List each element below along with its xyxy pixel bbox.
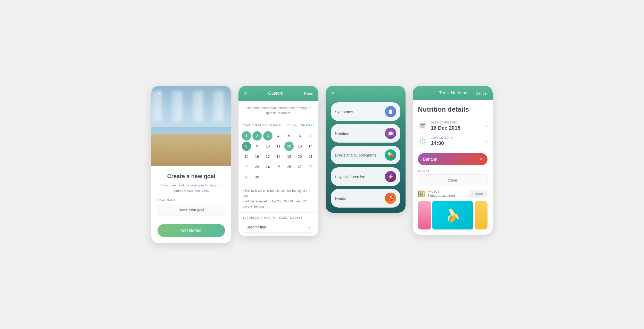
cal-day-6[interactable]: 6 <box>295 131 304 141</box>
category-nutrition[interactable]: Nutrition 🍽️ <box>331 124 400 143</box>
photos-content: PHOTOS 3 images attached <box>427 190 469 198</box>
weight-input[interactable] <box>418 174 488 186</box>
cal-day-26[interactable]: 26 <box>284 162 294 171</box>
calendar-icon: 🗓️ <box>418 121 427 130</box>
goal-duration-label: GOAL DURATION: 30 DAYS <box>243 124 281 127</box>
close-icon[interactable]: ✕ <box>244 91 247 96</box>
remove-food-icon[interactable]: ✕ <box>479 157 482 162</box>
cancel-button[interactable]: Cancel <box>475 91 488 95</box>
photos-label: PHOTOS <box>427 190 469 193</box>
select-all-button[interactable]: Select all <box>301 124 314 127</box>
cal-day-5[interactable]: 5 <box>284 131 294 141</box>
screen2-content: Customize your own schedule by tapping o… <box>238 101 318 236</box>
specific-time-dropdown[interactable]: Specific time ▾ <box>243 222 314 233</box>
close-icon[interactable]: ✕ <box>155 90 163 97</box>
drugs-icon: 💊 <box>385 149 396 161</box>
cal-day-13[interactable]: 13 <box>295 142 304 151</box>
cal-day-3[interactable]: 3 <box>263 131 273 141</box>
category-label: Physical Exercise <box>335 175 365 179</box>
cal-day-14[interactable]: 14 <box>306 142 315 151</box>
cal-day-11[interactable]: 11 <box>274 142 283 151</box>
cal-day-7[interactable]: 7 <box>306 131 315 141</box>
clouds-layer <box>151 91 231 122</box>
upload-label: Upload <box>475 192 484 196</box>
time-content: COMPLETED AT 14:00 <box>431 136 486 146</box>
category-list: Symptoms 📋 Nutrition 🍽️ Drugs and Supple… <box>326 100 406 213</box>
clock-icon: 🕐 <box>418 136 427 146</box>
cal-day-19[interactable]: 19 <box>284 152 294 161</box>
category-label: Symptoms <box>335 110 353 114</box>
cal-day-20[interactable]: 20 <box>295 152 304 161</box>
cal-day-17[interactable]: 17 <box>263 152 273 161</box>
cal-day-24[interactable]: 24 <box>263 162 273 171</box>
nutrition-icon: 🍽️ <box>385 128 396 139</box>
screen1-content: Create a new goal If you can't find the … <box>151 166 231 243</box>
screen2-header: ✕ Custom Done <box>238 86 318 101</box>
goal-name-input[interactable] <box>158 204 225 216</box>
nutrition-details-title: Nutrition details <box>418 105 488 113</box>
cal-day-1[interactable]: 1 <box>242 131 251 141</box>
cal-day-29[interactable]: 29 <box>242 172 251 182</box>
category-symptoms[interactable]: Symptoms 📋 <box>331 102 400 121</box>
cal-day-27[interactable]: 27 <box>295 162 304 171</box>
specific-time-label: SET SPECIFIC TIME FOR SELECTED DAYS <box>243 216 314 219</box>
cal-day-15[interactable]: 15 <box>242 152 251 161</box>
food-item-label: Banana <box>423 157 437 162</box>
category-exercise[interactable]: Physical Exercise ⚡ <box>331 167 400 186</box>
close-icon[interactable]: ✕ <box>331 91 335 96</box>
cal-day-25[interactable]: 25 <box>274 162 283 171</box>
chevron-down-icon: ▾ <box>486 139 488 143</box>
photo-thumb-1[interactable] <box>418 201 431 229</box>
cal-day-10[interactable]: 10 <box>263 142 273 151</box>
track-nutrition-title: Track Nutrition <box>439 91 467 96</box>
goal-duration-actions: CLEAR Select all <box>287 124 314 127</box>
cal-day-22[interactable]: 22 <box>242 162 251 171</box>
hero-image: ✕ <box>151 86 231 166</box>
header-title: Custom <box>268 91 283 96</box>
date-row[interactable]: 🗓️ DATE COMPLETED 16 Dec 2018 ▾ <box>418 119 488 134</box>
customize-description: Customize your own schedule by tapping o… <box>238 101 318 120</box>
category-drugs[interactable]: Drugs and Supplements 💊 <box>331 146 400 164</box>
schedule-notes: This task will be scheduled on the 1st d… <box>238 185 318 213</box>
goal-duration-row: GOAL DURATION: 30 DAYS CLEAR Select all <box>238 120 318 130</box>
page-title: Create a new goal <box>158 173 225 180</box>
done-button[interactable]: Done <box>304 91 313 96</box>
date-value: 16 Dec 2018 <box>431 125 486 131</box>
cal-day-8[interactable]: 8 <box>242 142 251 151</box>
screen4-content: Nutrition details 🗓️ DATE COMPLETED 16 D… <box>413 100 493 235</box>
photos-count: 3 images attached <box>427 194 469 198</box>
cal-day-23[interactable]: 23 <box>252 162 262 171</box>
specific-time-section: SET SPECIFIC TIME FOR SELECTED DAYS Spec… <box>238 213 318 236</box>
category-label: Nutrition <box>335 131 349 136</box>
page-subtitle: If you can't find the goal your looking … <box>158 183 225 193</box>
sand-layer <box>151 134 231 166</box>
screen3-header: ✕ <box>326 86 406 100</box>
cal-day-12[interactable]: 12 <box>284 142 294 151</box>
cal-day-9[interactable]: 9 <box>252 142 262 151</box>
category-label: Drugs and Supplements <box>335 153 376 157</box>
cal-day-16[interactable]: 16 <box>252 152 262 161</box>
cal-day-21[interactable]: 21 <box>306 152 315 161</box>
cal-day-2[interactable]: 2 <box>252 131 262 141</box>
schedule-note-1: This task will be scheduled on the 1st d… <box>243 188 314 199</box>
goal-name-label: GOAL NAME <box>158 199 225 202</box>
photo-thumb-3[interactable] <box>475 201 488 229</box>
time-row[interactable]: 🕐 COMPLETED AT 14:00 ▾ <box>418 134 488 149</box>
time-label: COMPLETED AT <box>431 136 486 139</box>
upload-icon: ↑ <box>472 192 474 196</box>
date-label: DATE COMPLETED <box>431 121 486 124</box>
screen-create-goal: ✕ Create a new goal If you can't find th… <box>151 86 231 243</box>
photo-thumbnails: 🍌 <box>418 201 488 229</box>
clear-button[interactable]: CLEAR <box>287 124 297 127</box>
time-value: 14:00 <box>431 140 486 146</box>
category-label: Habits <box>335 196 346 201</box>
category-habits[interactable]: Habits 🎯 <box>331 189 400 208</box>
food-item-pill[interactable]: Banana ✕ <box>418 153 488 165</box>
get-started-button[interactable]: Get started <box>158 224 225 237</box>
cal-day-18[interactable]: 18 <box>274 152 283 161</box>
cal-day-4[interactable]: 4 <box>274 131 283 141</box>
photo-thumb-2[interactable]: 🍌 <box>432 201 473 229</box>
cal-day-28[interactable]: 28 <box>306 162 315 171</box>
cal-day-30[interactable]: 30 <box>252 172 262 182</box>
upload-button[interactable]: ↑ Upload <box>469 190 488 198</box>
